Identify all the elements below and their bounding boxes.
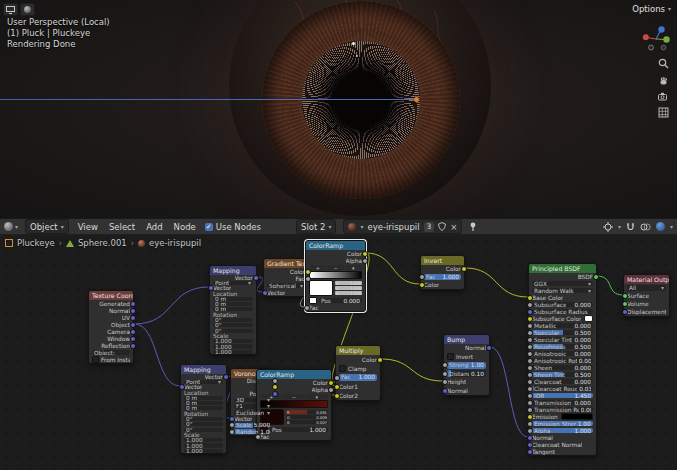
socket[interactable]: [130, 315, 136, 321]
fac[interactable]: Fac1.000: [421, 273, 464, 281]
invert-title[interactable]: Invert: [421, 256, 464, 265]
magnet-icon[interactable]: [626, 222, 635, 232]
options-button[interactable]: Options ▾: [632, 4, 671, 14]
socket[interactable]: [527, 358, 533, 364]
value-field[interactable]: 1.000: [184, 443, 223, 447]
fac[interactable]: Fac: [257, 433, 331, 440]
value-slider[interactable]: Subsurface0.000: [532, 302, 593, 307]
dropdown[interactable]: Spherical▾: [267, 283, 305, 288]
transmission[interactable]: Transmission0.000: [529, 399, 596, 406]
fake-user-shield-icon[interactable]: [438, 222, 446, 231]
stop-position-field[interactable]: Pos1.000: [270, 427, 328, 432]
socket[interactable]: [272, 391, 278, 397]
socket[interactable]: [130, 329, 136, 335]
zoom-icon[interactable]: [658, 58, 669, 69]
anisotropic-rotation[interactable]: Anisotropic Rotation0.000: [529, 357, 596, 364]
value-field[interactable]: Subsurface Radius: [532, 309, 593, 314]
ramp-control-button[interactable]: +: [310, 265, 327, 270]
value-field[interactable]: 0°: [213, 329, 253, 333]
socket[interactable]: [442, 362, 448, 368]
socket[interactable]: [305, 269, 311, 275]
value-slider[interactable]: Sheen Tint0.500: [532, 372, 593, 377]
color-swatch[interactable]: [584, 315, 593, 322]
bsdf[interactable]: BSDF: [529, 273, 596, 280]
socket[interactable]: [334, 393, 340, 399]
socket[interactable]: [527, 351, 533, 357]
fac[interactable]: Fac: [264, 275, 308, 282]
value-field[interactable]: 0 m: [213, 297, 253, 301]
stop-swatch[interactable]: [309, 297, 317, 304]
alpha[interactable]: Alpha: [257, 386, 331, 393]
menu-view[interactable]: View: [76, 222, 100, 232]
object[interactable]: Object: [89, 321, 133, 328]
color[interactable]: Color: [421, 265, 464, 273]
invert[interactable]: InvertColorFac1.000Color: [420, 255, 465, 290]
socket[interactable]: [419, 274, 425, 280]
normal[interactable]: Normal: [444, 344, 489, 353]
socket[interactable]: [527, 407, 533, 413]
material-slot-dropdown[interactable]: Slot 2 ▾: [296, 219, 336, 234]
browse-material-icon[interactable]: ▾: [360, 224, 363, 230]
socket[interactable]: [255, 434, 261, 440]
surface[interactable]: Surface: [624, 292, 669, 300]
euclidean[interactable]: Euclidean▾: [231, 409, 275, 415]
socket[interactable]: [328, 380, 334, 386]
socket[interactable]: [208, 285, 214, 291]
socket[interactable]: [130, 301, 136, 307]
color-ramp-gradient[interactable]: [309, 271, 362, 279]
editor-type-icon-button[interactable]: [3, 3, 18, 16]
socket[interactable]: [527, 372, 533, 378]
socket[interactable]: [272, 378, 278, 384]
socket[interactable]: [442, 379, 448, 385]
socket[interactable]: [229, 416, 235, 422]
subsurface-color[interactable]: Subsurface Color: [529, 315, 596, 322]
socket[interactable]: [442, 371, 448, 377]
socket[interactable]: [130, 322, 136, 328]
socket[interactable]: [593, 274, 599, 280]
socket[interactable]: [527, 400, 533, 406]
value-slider[interactable]: Clearcoat Roughness0.030: [532, 386, 593, 391]
channel-slider[interactable]: G0.009: [286, 415, 328, 419]
vector[interactable]: Vector: [264, 289, 308, 296]
texture-coordinate-title[interactable]: Texture Coordinate: [89, 291, 133, 300]
from-instancer[interactable]: From Instancer: [89, 356, 133, 363]
fac[interactable]: Fac1.000: [336, 373, 380, 382]
socket[interactable]: [527, 393, 533, 399]
value-slider[interactable]: Specular Tint0.000: [532, 337, 593, 342]
socket[interactable]: [527, 302, 533, 308]
ior[interactable]: IOR1.450: [529, 392, 596, 399]
menu-node[interactable]: Node: [172, 222, 198, 232]
value-slider[interactable]: IOR1.450: [532, 393, 593, 398]
material-preview-icon[interactable]: [348, 223, 356, 231]
value-slider[interactable]: Clearcoat0.000: [532, 379, 593, 384]
value-field[interactable]: 0°: [213, 318, 253, 322]
channel-slider[interactable]: B1.000: [335, 291, 362, 295]
socket[interactable]: [362, 258, 368, 264]
socket[interactable]: [622, 301, 628, 307]
socket[interactable]: [130, 336, 136, 342]
value-slider[interactable]: Scale5.000: [234, 423, 272, 428]
editor-type-button[interactable]: ▾: [4, 222, 18, 231]
breadcrumb-object[interactable]: Pluckeye: [17, 238, 55, 248]
socket[interactable]: [130, 343, 136, 349]
uv[interactable]: UV: [89, 314, 133, 321]
spherical[interactable]: Spherical▾: [264, 282, 308, 289]
field-row[interactable]: 1.000: [210, 349, 256, 354]
socket[interactable]: [334, 384, 340, 390]
value-field[interactable]: 0°: [184, 422, 223, 426]
color2[interactable]: Color2: [336, 391, 380, 400]
anisotropic[interactable]: Anisotropic0.000: [529, 350, 596, 357]
value-slider[interactable]: Fac1.000: [339, 374, 377, 381]
socket[interactable]: [622, 309, 628, 315]
menu-add[interactable]: Add: [144, 222, 164, 232]
socket[interactable]: [461, 266, 467, 272]
all[interactable]: All▾: [624, 284, 669, 292]
emission[interactable]: Emission: [529, 413, 596, 420]
value-field[interactable]: 0°: [184, 428, 223, 432]
colorramp-veins-title[interactable]: ColorRamp: [257, 370, 331, 379]
breadcrumb-material[interactable]: eye-irispupil: [149, 238, 201, 248]
socket[interactable]: [527, 309, 533, 315]
bump-title[interactable]: Bump: [444, 335, 489, 344]
dropdown[interactable]: Point▾: [213, 281, 253, 285]
normal[interactable]: Normal: [89, 307, 133, 314]
